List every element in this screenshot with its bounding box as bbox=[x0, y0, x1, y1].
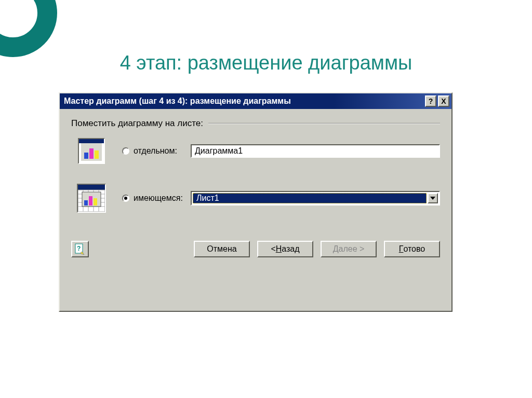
svg-rect-0 bbox=[84, 153, 88, 159]
radio-existing-sheet-label: имеющемся: bbox=[134, 194, 191, 203]
new-sheet-name-value: Диаграмма1 bbox=[195, 146, 243, 156]
wizard-dialog: Мастер диаграмм (шаг 4 из 4): размещение… bbox=[59, 92, 453, 312]
svg-rect-2 bbox=[95, 150, 99, 159]
back-rest: азад bbox=[282, 244, 299, 254]
radio-existing-sheet[interactable] bbox=[122, 195, 129, 202]
existing-sheet-selected: Лист1 bbox=[193, 193, 427, 203]
button-row: ? Отмена < Назад Далее > Готово bbox=[71, 228, 440, 257]
next-button: Далее > bbox=[321, 241, 377, 257]
existing-sheet-combo[interactable]: Лист1 bbox=[191, 191, 440, 205]
finish-underline: Г bbox=[399, 244, 404, 254]
bar-chart-icon bbox=[83, 145, 102, 160]
existing-sheet-icon bbox=[76, 184, 107, 213]
titlebar-text: Мастер диаграмм (шаг 4 из 4): размещение… bbox=[64, 97, 423, 106]
finish-rest: отово bbox=[403, 244, 425, 254]
help-icon: ? bbox=[75, 243, 85, 255]
svg-rect-16 bbox=[94, 198, 97, 205]
back-underline: Н bbox=[276, 244, 282, 254]
sheet-chart-icon bbox=[78, 185, 105, 212]
radio-new-sheet-label: отдельном: bbox=[134, 146, 191, 156]
new-sheet-name-input[interactable]: Диаграмма1 bbox=[191, 144, 440, 158]
group-header: Поместить диаграмму на листе: bbox=[71, 118, 440, 129]
svg-text:?: ? bbox=[77, 245, 81, 252]
new-sheet-icon bbox=[76, 138, 107, 164]
group-divider bbox=[208, 123, 440, 124]
back-prefix: < bbox=[271, 244, 275, 254]
titlebar-close-button[interactable]: X bbox=[438, 95, 449, 107]
back-button[interactable]: < Назад bbox=[257, 241, 313, 257]
radio-new-sheet[interactable] bbox=[122, 147, 129, 155]
slide-title: 4 этап: размещение диаграммы bbox=[0, 52, 532, 74]
decorative-ring bbox=[0, 0, 57, 57]
titlebar-help-button[interactable]: ? bbox=[425, 95, 436, 107]
svg-rect-3 bbox=[78, 185, 105, 190]
group-label: Поместить диаграмму на листе: bbox=[71, 118, 203, 129]
context-help-button[interactable]: ? bbox=[71, 241, 89, 257]
titlebar: Мастер диаграмм (шаг 4 из 4): размещение… bbox=[60, 93, 451, 109]
cancel-button[interactable]: Отмена bbox=[194, 241, 250, 257]
option-existing-sheet-row: имеющемся: Лист1 bbox=[71, 184, 440, 213]
finish-button[interactable]: Готово bbox=[384, 241, 440, 257]
svg-rect-14 bbox=[84, 200, 88, 205]
chevron-down-icon[interactable] bbox=[428, 193, 438, 203]
svg-rect-1 bbox=[89, 148, 94, 159]
dialog-body: Поместить диаграмму на листе: отдельном: bbox=[60, 109, 451, 265]
svg-rect-15 bbox=[89, 196, 92, 205]
option-new-sheet-row: отдельном: Диаграмма1 bbox=[71, 138, 440, 164]
